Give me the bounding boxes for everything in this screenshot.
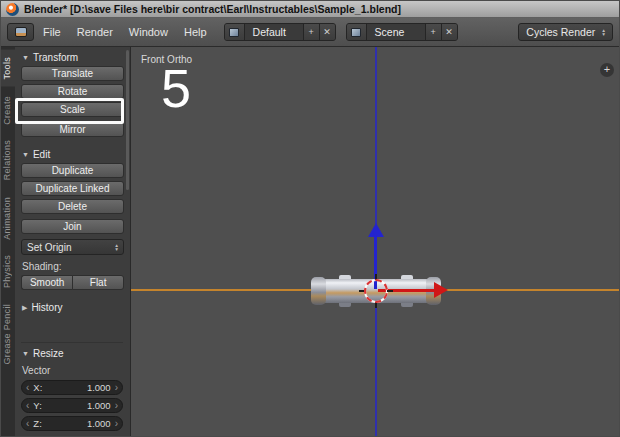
main-area: Tools Create Relations Animation Physics… bbox=[1, 47, 619, 437]
history-panel-header[interactable]: ▶ History bbox=[21, 299, 124, 316]
render-engine-value: Cycles Render bbox=[526, 26, 595, 38]
vector-z-field[interactable]: ‹ Z: 1.000 › bbox=[21, 416, 123, 431]
dropdown-arrows-icon: ▴▾ bbox=[115, 243, 118, 252]
duplicate-button[interactable]: Duplicate bbox=[21, 163, 124, 178]
tab-physics[interactable]: Physics bbox=[1, 248, 15, 295]
manipulator-x-arrowhead-icon[interactable] bbox=[434, 282, 448, 298]
menubar: File Render Window Help Default + ✕ Scen… bbox=[1, 18, 619, 47]
tab-relations[interactable]: Relations bbox=[1, 133, 15, 187]
mirror-button[interactable]: Mirror bbox=[21, 122, 124, 137]
vector-z-value: 1.000 bbox=[87, 418, 111, 429]
toolshelf-tabs: Tools Create Relations Animation Physics… bbox=[1, 47, 15, 437]
3d-cursor bbox=[364, 279, 388, 303]
tutorial-step-annotation: 5 bbox=[161, 61, 191, 115]
layout-browse-icon bbox=[229, 28, 239, 37]
collapse-icon: ▼ bbox=[22, 151, 29, 158]
collapse-icon: ▼ bbox=[22, 350, 29, 357]
shading-label: Shading: bbox=[22, 261, 124, 272]
menu-window[interactable]: Window bbox=[122, 23, 175, 41]
blender-window: Blender* [D:\save Files here\bir contrac… bbox=[0, 0, 620, 437]
3d-viewport[interactable]: Front Ortho 5 bbox=[131, 47, 619, 437]
menu-render[interactable]: Render bbox=[70, 23, 120, 41]
shading-buttons: Smooth Flat bbox=[21, 275, 124, 290]
layout-add-button[interactable]: + bbox=[303, 24, 319, 40]
scene-selector: Scene + ✕ bbox=[346, 23, 458, 41]
vector-y-value: 1.000 bbox=[87, 400, 111, 411]
increment-icon[interactable]: › bbox=[115, 417, 118, 430]
screen-layout-selector: Default + ✕ bbox=[224, 23, 336, 41]
render-engine-selector[interactable]: Cycles Render ▴▾ bbox=[518, 23, 613, 41]
layout-browse-button[interactable] bbox=[225, 24, 245, 40]
layout-delete-button[interactable]: ✕ bbox=[319, 24, 335, 40]
layout-name[interactable]: Default bbox=[245, 26, 303, 38]
tool-shelf: ▼ Transform Translate Rotate Scale Mirro… bbox=[15, 47, 131, 437]
join-button[interactable]: Join bbox=[21, 219, 124, 234]
tab-tools[interactable]: Tools bbox=[1, 50, 15, 87]
manipulator-z-arrowhead-icon[interactable] bbox=[368, 223, 384, 237]
smooth-button[interactable]: Smooth bbox=[21, 275, 72, 290]
set-origin-dropdown[interactable]: Set Origin ▴▾ bbox=[21, 239, 124, 255]
duplicate-linked-button[interactable]: Duplicate Linked bbox=[21, 181, 124, 196]
menu-file[interactable]: File bbox=[36, 23, 68, 41]
toolshelf-scrollbar[interactable] bbox=[126, 50, 129, 190]
decrement-icon[interactable]: ‹ bbox=[26, 381, 29, 394]
tab-grease-pencil[interactable]: Grease Pencil bbox=[1, 297, 15, 371]
vector-x-field[interactable]: ‹ X: 1.000 › bbox=[21, 380, 123, 395]
decrement-icon[interactable]: ‹ bbox=[26, 417, 29, 430]
translate-button[interactable]: Translate bbox=[21, 66, 124, 81]
resize-panel-header[interactable]: ▼ Resize bbox=[21, 345, 123, 362]
scene-add-button[interactable]: + bbox=[425, 24, 441, 40]
scene-name[interactable]: Scene bbox=[367, 26, 425, 38]
properties-region-toggle[interactable]: + bbox=[600, 63, 614, 77]
vector-y-field[interactable]: ‹ Y: 1.000 › bbox=[21, 398, 123, 413]
scene-browse-icon bbox=[351, 28, 361, 37]
flat-button[interactable]: Flat bbox=[72, 275, 124, 290]
blender-icon bbox=[6, 3, 19, 16]
delete-button[interactable]: Delete bbox=[21, 199, 124, 214]
resize-redo-panel: ▼ Resize Vector ‹ X: 1.000 › ‹ Y: 1.000 … bbox=[21, 342, 123, 434]
editor-type-button[interactable] bbox=[7, 23, 34, 41]
tab-create[interactable]: Create bbox=[1, 89, 15, 132]
decrement-icon[interactable]: ‹ bbox=[26, 399, 29, 412]
window-title: Blender* [D:\save Files here\bir contrac… bbox=[24, 3, 401, 15]
vector-x-value: 1.000 bbox=[87, 382, 111, 393]
increment-icon[interactable]: › bbox=[115, 399, 118, 412]
scene-delete-button[interactable]: ✕ bbox=[441, 24, 457, 40]
increment-icon[interactable]: › bbox=[115, 381, 118, 394]
scene-browse-button[interactable] bbox=[347, 24, 367, 40]
rotate-button[interactable]: Rotate bbox=[21, 84, 124, 99]
dropdown-arrows-icon: ▴▾ bbox=[602, 28, 605, 37]
collapsed-icon: ▶ bbox=[22, 304, 27, 312]
scale-button[interactable]: Scale bbox=[21, 102, 124, 117]
titlebar: Blender* [D:\save Files here\bir contrac… bbox=[1, 1, 619, 18]
vector-label: Vector bbox=[22, 365, 123, 376]
transform-panel-header[interactable]: ▼ Transform bbox=[21, 49, 124, 66]
collapse-icon: ▼ bbox=[22, 54, 29, 61]
menu-help[interactable]: Help bbox=[177, 23, 214, 41]
viewport-editor-icon bbox=[15, 27, 27, 37]
edit-panel-header[interactable]: ▼ Edit bbox=[21, 146, 124, 163]
tab-animation[interactable]: Animation bbox=[1, 190, 15, 247]
